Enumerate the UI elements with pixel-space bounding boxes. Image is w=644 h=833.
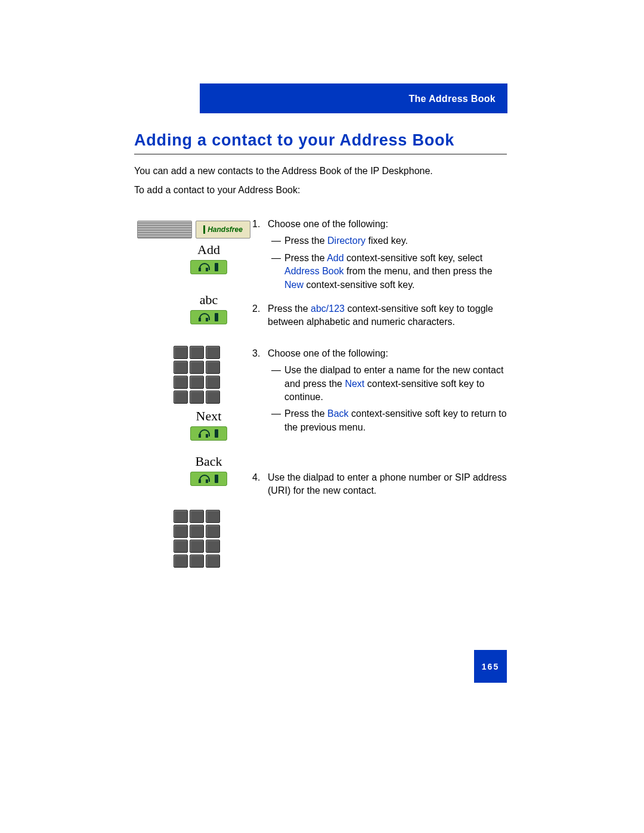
indicator-icon xyxy=(215,263,218,271)
heading-rule xyxy=(134,154,507,154)
abc-softkey-illustration: abc xyxy=(173,292,244,324)
add-label: Add xyxy=(173,242,244,258)
back-softkey-illustration: Back xyxy=(173,454,244,486)
softkey-icon xyxy=(190,426,227,441)
handsfree-key-icon: Handsfree xyxy=(196,221,250,239)
dialpad-icon xyxy=(173,510,221,568)
headset-icon xyxy=(199,429,209,438)
dash-icon: — xyxy=(268,252,284,292)
step-number: 4. xyxy=(252,471,268,498)
step3-illustration: Next Back xyxy=(137,346,256,486)
step-3-sub-a: — Use the dialpad to enter a name for th… xyxy=(268,364,509,404)
text: context-sensitive soft key, select xyxy=(344,253,483,263)
step4-illustration xyxy=(137,510,256,568)
headset-icon xyxy=(199,313,209,321)
step-number: 3. xyxy=(252,347,268,434)
step-1-sub-a: — Press the Directory fixed key. xyxy=(268,234,509,247)
handsfree-label: Handsfree xyxy=(208,225,243,234)
next-keyword: Next xyxy=(345,379,364,389)
chapter-title: The Address Book xyxy=(200,94,498,104)
step-3-lead: Choose one of the following: xyxy=(268,347,509,360)
steps-column: 1. Choose one of the following: — Press … xyxy=(252,218,509,509)
text: context-sensitive soft key. xyxy=(304,280,414,290)
add-softkey-illustration: Add xyxy=(173,242,244,274)
step-2: 2. Press the abc/123 context-sensitive s… xyxy=(252,302,509,329)
softkey-icon xyxy=(190,310,227,324)
text: from the menu, and then press the xyxy=(344,266,493,276)
add-keyword: Add xyxy=(327,253,343,263)
page-heading: Adding a contact to your Address Book xyxy=(134,131,454,150)
intro-paragraph: You can add a new contacts to the Addres… xyxy=(134,164,507,178)
headset-icon xyxy=(199,263,209,271)
step-number: 1. xyxy=(252,218,268,292)
text: Press the xyxy=(284,408,327,419)
headset-icon xyxy=(199,475,209,483)
text: Press the xyxy=(284,253,327,263)
new-keyword: New xyxy=(284,280,304,290)
step-3: 3. Choose one of the following: — Use th… xyxy=(252,347,509,434)
page-number: 165 xyxy=(474,650,507,683)
softkey-icon xyxy=(190,472,227,486)
abc123-keyword: abc/123 xyxy=(311,304,345,314)
step-4: 4. Use the dialpad to enter a phone numb… xyxy=(252,471,509,498)
step-number: 2. xyxy=(252,302,268,329)
indicator-icon xyxy=(215,475,218,483)
back-label: Back xyxy=(173,454,244,469)
text: fixed key. xyxy=(366,236,408,246)
lead-text: To add a contact to your Address Book: xyxy=(134,185,300,196)
indicator-icon xyxy=(215,429,218,438)
dialpad-icon xyxy=(173,346,221,404)
indicator-icon xyxy=(215,313,218,321)
step-1-lead: Choose one of the following: xyxy=(268,218,509,231)
abc-label: abc xyxy=(173,292,244,308)
step-1: 1. Choose one of the following: — Press … xyxy=(252,218,509,292)
text: Press the xyxy=(284,236,327,246)
step-4-text: Use the dialpad to enter a phone number … xyxy=(268,471,509,498)
dash-icon: — xyxy=(268,364,284,404)
step-1-sub-b: — Press the Add context-sensitive soft k… xyxy=(268,252,509,292)
next-label: Next xyxy=(173,408,244,424)
illustration-column: Handsfree Add abc xyxy=(137,221,256,572)
softkey-icon xyxy=(190,260,227,274)
manual-page: The Address Book Adding a contact to you… xyxy=(0,0,644,833)
text: Press the xyxy=(268,304,311,314)
dash-icon: — xyxy=(268,234,284,247)
back-keyword: Back xyxy=(327,408,349,419)
next-softkey-illustration: Next xyxy=(173,408,244,441)
step-3-sub-b: — Press the Back context-sensitive soft … xyxy=(268,407,509,434)
intro-text: You can add a new contacts to the Addres… xyxy=(134,164,507,178)
address-book-keyword: Address Book xyxy=(284,266,344,276)
speaker-grille-icon xyxy=(137,221,192,239)
speaker-handsfree-row: Handsfree xyxy=(137,221,256,239)
directory-keyword: Directory xyxy=(327,236,366,246)
dash-icon: — xyxy=(268,407,284,434)
